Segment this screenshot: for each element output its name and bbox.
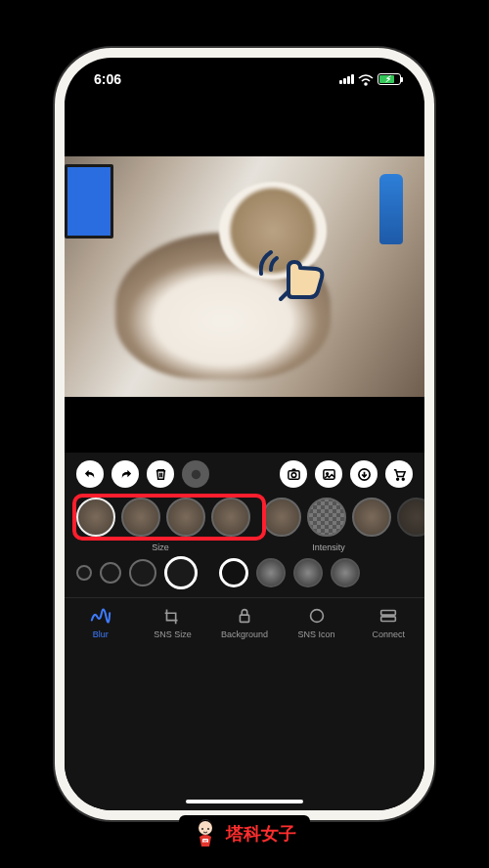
size-label: Size bbox=[76, 542, 244, 552]
blur-style-4[interactable] bbox=[262, 498, 301, 537]
blur-style-1[interactable] bbox=[121, 498, 160, 537]
charging-bolt-icon: ⚡︎ bbox=[385, 74, 391, 84]
size-selector bbox=[76, 556, 198, 589]
tab-sns-icon[interactable]: SNS Icon bbox=[281, 606, 353, 639]
intensity-selector bbox=[219, 556, 360, 589]
tap-gesture-icon bbox=[259, 248, 328, 326]
svg-point-5 bbox=[326, 472, 328, 474]
download-button[interactable] bbox=[350, 460, 378, 488]
blur-style-6[interactable] bbox=[352, 498, 391, 537]
blur-style-row bbox=[65, 492, 424, 542]
controls-panel: Size Intensity bbox=[65, 453, 424, 810]
gallery-button[interactable] bbox=[315, 460, 342, 488]
svg-point-0 bbox=[365, 83, 367, 85]
svg-point-8 bbox=[402, 478, 404, 480]
tab-label: Background bbox=[221, 629, 268, 639]
size-option-1[interactable] bbox=[100, 562, 121, 584]
blur-style-2[interactable] bbox=[166, 498, 205, 537]
home-indicator[interactable] bbox=[186, 800, 303, 803]
circle-icon bbox=[305, 606, 329, 626]
bottom-tabbar: Blur SNS Size Background bbox=[65, 597, 424, 645]
size-option-3[interactable] bbox=[164, 556, 198, 589]
svg-rect-11 bbox=[381, 611, 396, 616]
grid-icon bbox=[377, 606, 400, 626]
size-option-2[interactable] bbox=[129, 559, 156, 586]
tab-label: SNS Icon bbox=[298, 629, 335, 639]
blur-style-7[interactable] bbox=[397, 498, 424, 537]
battery-icon: ⚡︎ bbox=[378, 73, 401, 85]
svg-point-7 bbox=[396, 478, 398, 480]
cellular-signal-icon bbox=[339, 74, 354, 84]
blur-style-5[interactable] bbox=[307, 498, 346, 537]
tab-connect[interactable]: Connect bbox=[352, 606, 424, 639]
photo-canvas[interactable] bbox=[65, 101, 424, 453]
intensity-option-0[interactable] bbox=[219, 558, 248, 587]
watermark-text: 塔科女子 bbox=[226, 822, 296, 846]
scribble-icon bbox=[89, 606, 112, 626]
intensity-option-2[interactable] bbox=[293, 558, 323, 587]
svg-point-15 bbox=[207, 828, 209, 830]
blur-style-3[interactable] bbox=[211, 498, 250, 537]
svg-point-14 bbox=[201, 828, 203, 830]
tab-label: SNS Size bbox=[154, 629, 192, 639]
watermark-avatar-icon: 3C bbox=[193, 819, 218, 848]
svg-text:3C: 3C bbox=[203, 840, 208, 844]
cart-button[interactable] bbox=[385, 460, 413, 488]
tab-blur[interactable]: Blur bbox=[65, 606, 137, 639]
phone-notch bbox=[166, 58, 323, 83]
intensity-option-1[interactable] bbox=[256, 558, 286, 587]
tab-label: Connect bbox=[372, 629, 405, 639]
tab-background[interactable]: Background bbox=[208, 606, 281, 639]
preview-toggle[interactable] bbox=[182, 460, 209, 488]
camera-button[interactable] bbox=[280, 460, 307, 488]
intensity-option-3[interactable] bbox=[331, 558, 360, 587]
wifi-icon bbox=[358, 73, 374, 85]
size-option-0[interactable] bbox=[76, 565, 92, 581]
redo-button[interactable] bbox=[111, 460, 139, 488]
tab-label: Blur bbox=[93, 629, 109, 639]
edited-photo[interactable] bbox=[65, 156, 424, 397]
status-time: 6:06 bbox=[94, 71, 121, 87]
undo-button[interactable] bbox=[76, 460, 104, 488]
svg-point-1 bbox=[191, 469, 200, 478]
crop-icon bbox=[160, 606, 184, 626]
tab-sns-size[interactable]: SNS Size bbox=[137, 606, 209, 639]
trash-button[interactable] bbox=[147, 460, 174, 488]
svg-rect-9 bbox=[240, 615, 248, 622]
watermark-badge: 3C 塔科女子 bbox=[179, 815, 310, 852]
intensity-label: Intensity bbox=[244, 542, 413, 552]
phone-frame: 6:06 ⚡︎ bbox=[55, 48, 434, 820]
svg-point-10 bbox=[310, 610, 323, 623]
phone-screen: 6:06 ⚡︎ bbox=[65, 58, 424, 810]
blur-style-0[interactable] bbox=[76, 498, 115, 537]
svg-point-3 bbox=[291, 472, 296, 477]
svg-rect-12 bbox=[381, 617, 396, 622]
lock-icon bbox=[233, 606, 256, 626]
toolbar bbox=[65, 453, 424, 492]
